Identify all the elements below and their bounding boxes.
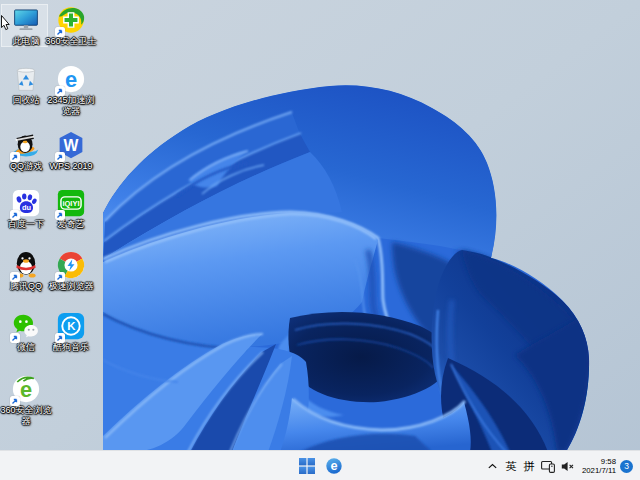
svg-text:e: e xyxy=(65,67,77,92)
svg-text:e: e xyxy=(330,459,337,473)
svg-text:K: K xyxy=(67,320,76,332)
svg-text:du: du xyxy=(22,203,32,212)
svg-text:iQIYI: iQIYI xyxy=(62,199,79,208)
svg-text:W: W xyxy=(64,137,79,154)
svg-text:e: e xyxy=(20,377,32,402)
